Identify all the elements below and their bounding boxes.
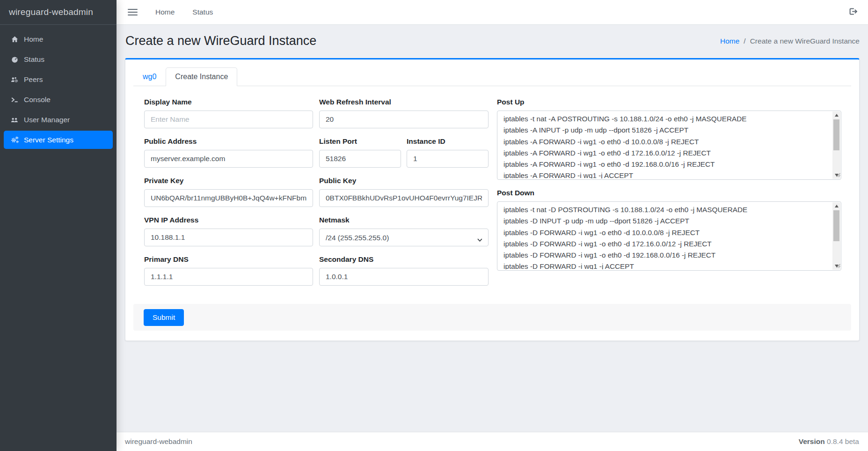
breadcrumb-current: Create a new WireGuard Instance [750, 37, 860, 45]
post-up-content: iptables -t nat -A POSTROUTING -s 10.188… [503, 113, 830, 178]
secondary-dns-field[interactable] [319, 268, 489, 286]
tab-wg0[interactable]: wg0 [133, 67, 166, 86]
sidebar-item-console[interactable]: Console [4, 90, 113, 109]
instance-card: wg0 Create Instance Display Name Public … [125, 58, 860, 341]
version-value: 0.8.4 beta [827, 437, 859, 445]
web-refresh-interval-label: Web Refresh Interval [319, 98, 489, 106]
form-column-left: Display Name Public Address Private Key [144, 98, 313, 295]
gauge-icon [7, 56, 22, 63]
top-navbar: Home Status [117, 0, 868, 25]
public-key-field[interactable] [319, 189, 489, 207]
topnav-link-home[interactable]: Home [155, 8, 175, 16]
scrollbar-thumb[interactable] [833, 119, 839, 150]
resize-grip-icon[interactable] [836, 261, 840, 270]
sidebar-item-label: User Manager [24, 116, 70, 124]
sidebar-item-server-settings[interactable]: Server Settings [4, 131, 113, 149]
display-name-label: Display Name [144, 98, 313, 106]
scroll-up-arrow-icon[interactable] [832, 202, 840, 210]
primary-dns-label: Primary DNS [144, 255, 313, 264]
topnav-link-status[interactable]: Status [192, 8, 213, 16]
submit-button[interactable]: Submit [144, 309, 184, 326]
private-key-label: Private Key [144, 177, 313, 185]
private-key-field[interactable] [144, 189, 313, 207]
sidebar-item-label: Console [24, 96, 51, 104]
sidebar-item-status[interactable]: Status [4, 50, 113, 68]
sidebar: wireguard-webadmin Home Status [0, 0, 117, 451]
resize-grip-icon[interactable] [836, 170, 840, 179]
breadcrumb-home-link[interactable]: Home [720, 37, 739, 45]
bars-icon [128, 9, 138, 10]
scroll-up-arrow-icon[interactable] [832, 111, 840, 119]
main-column: Home Status Create a new WireGuard Insta… [117, 0, 868, 451]
terminal-icon [7, 96, 22, 104]
post-down-content: iptables -t nat -D POSTROUTING -s 10.188… [503, 204, 830, 269]
logout-button[interactable] [849, 7, 858, 17]
vpn-ip-address-field[interactable] [144, 229, 313, 246]
instance-tabs: wg0 Create Instance [133, 67, 851, 86]
sidebar-item-label: Server Settings [24, 136, 73, 144]
netmask-select[interactable]: /24 (255.255.255.0) [319, 229, 489, 246]
post-up-label: Post Up [497, 98, 841, 106]
post-up-textarea[interactable]: iptables -t nat -A POSTROUTING -s 10.188… [497, 111, 841, 180]
sidebar-menu: Home Status [0, 25, 117, 149]
public-address-label: Public Address [144, 137, 313, 146]
post-up-scrollbar[interactable] [832, 111, 840, 179]
listen-port-field[interactable] [319, 150, 401, 168]
vpn-ip-address-label: VPN IP Address [144, 216, 313, 224]
instance-id-label: Instance ID [407, 137, 489, 146]
post-down-scrollbar[interactable] [832, 202, 840, 270]
web-refresh-interval-field[interactable] [319, 111, 489, 128]
post-down-label: Post Down [497, 189, 841, 197]
menu-toggle-button[interactable] [128, 9, 138, 16]
public-key-label: Public Key [319, 177, 489, 185]
form-column-right: Post Up iptables -t nat -A POSTROUTING -… [495, 98, 841, 295]
tab-create-instance[interactable]: Create Instance [166, 67, 237, 86]
users-gear-icon [7, 76, 22, 83]
form-column-middle: Web Refresh Interval Listen Port Instanc… [319, 98, 489, 295]
sign-out-icon [849, 7, 858, 17]
post-down-textarea[interactable]: iptables -t nat -D POSTROUTING -s 10.188… [497, 201, 841, 271]
breadcrumb: Home / Create a new WireGuard Instance [720, 37, 860, 45]
content-area: Create a new WireGuard Instance Home / C… [117, 25, 868, 432]
sidebar-item-peers[interactable]: Peers [4, 70, 113, 89]
page-title: Create a new WireGuard Instance [125, 34, 316, 48]
listen-port-label: Listen Port [319, 137, 401, 146]
netmask-label: Netmask [319, 216, 489, 224]
scrollbar-thumb[interactable] [833, 210, 839, 241]
sidebar-item-label: Peers [24, 75, 43, 84]
public-address-field[interactable] [144, 150, 313, 168]
sidebar-item-label: Status [24, 55, 44, 64]
users-icon [7, 116, 22, 124]
page-header: Create a new WireGuard Instance Home / C… [117, 25, 868, 58]
breadcrumb-separator: / [744, 37, 745, 45]
sidebar-item-home[interactable]: Home [4, 30, 113, 48]
secondary-dns-label: Secondary DNS [319, 255, 489, 264]
instance-id-field[interactable] [407, 150, 489, 168]
version-label: Version [799, 437, 825, 445]
form-footer: Submit [133, 304, 851, 331]
create-instance-form: Display Name Public Address Private Key [133, 86, 851, 295]
home-icon [7, 36, 22, 43]
sidebar-item-user-manager[interactable]: User Manager [4, 111, 113, 129]
app-window: wireguard-webadmin Home Status [0, 0, 868, 451]
gears-icon [7, 136, 22, 144]
brand-title: wireguard-webadmin [0, 0, 117, 25]
sidebar-item-label: Home [24, 35, 43, 44]
footer-version: Version 0.8.4 beta [799, 437, 859, 446]
page-footer: wireguard-webadmin Version 0.8.4 beta [117, 432, 868, 451]
primary-dns-field[interactable] [144, 268, 313, 286]
display-name-field[interactable] [144, 111, 313, 128]
footer-brand: wireguard-webadmin [125, 437, 192, 446]
